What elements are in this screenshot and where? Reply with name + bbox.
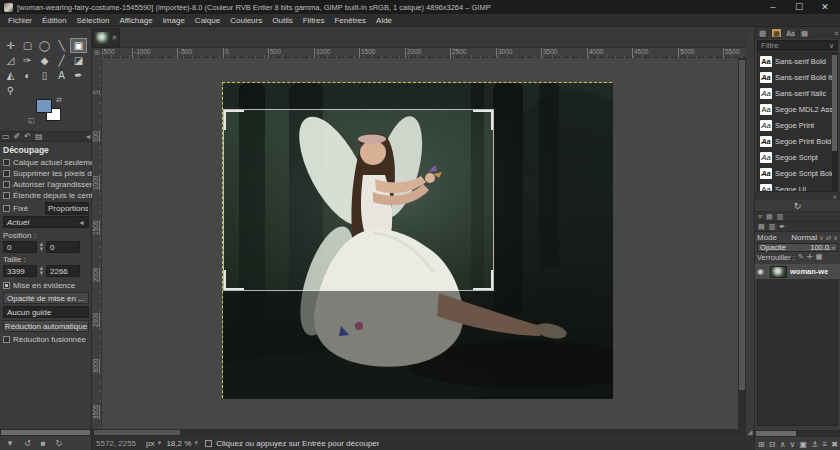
lock-pixels-icon[interactable]: ✎ [798,253,804,261]
menu-filtres[interactable]: Filtres [298,14,330,27]
canvas-horizontal-scrollbar[interactable] [92,429,746,436]
maximize-button[interactable]: ☐ [786,1,812,14]
tool-options-tab-icon[interactable]: ▭ [2,132,10,141]
font-list-item[interactable]: Aa Sans-serif Italic [758,85,837,101]
preview-size-icon[interactable]: ▥ [777,213,784,221]
menu-fenetres[interactable]: Fenêtres [329,14,371,27]
layer-visibility-eye-icon[interactable]: ◉ [757,267,767,276]
save-tool-preset-icon[interactable]: ▼ [6,439,14,448]
transform-tool-icon[interactable]: ◿ [2,53,19,68]
merge-layer-button[interactable]: ≡ [823,440,828,449]
font-list-item[interactable]: Aa Segoe MDL2 Assets [758,101,837,117]
ink-tool-icon[interactable]: ✒ [70,68,87,83]
images-tab-icon[interactable]: ▤ [35,132,43,141]
channels-tab-icon[interactable]: ▥ [769,223,776,231]
font-filter-input[interactable]: Filtre ∨ [757,40,838,51]
font-list-item[interactable]: Aa Sans-serif Bold Italic [758,69,837,85]
position-x-field[interactable]: 0 [3,241,37,253]
fuzzy-select-tool-icon[interactable]: ╲ [53,38,70,53]
close-button[interactable]: ✕ [812,1,838,14]
new-layer-button[interactable]: ⊞ [758,440,765,449]
menu-selection[interactable]: Sélection [71,14,114,27]
image-tab[interactable]: ✕ [92,28,120,48]
eraser-tool-icon[interactable]: ◪ [70,53,87,68]
pencil-tool-icon[interactable]: ╱ [53,53,70,68]
checkbox-box[interactable] [3,282,10,289]
crop-handle-bottom-left[interactable] [224,270,244,290]
font-list-item[interactable]: Aa Segoe UI [758,181,837,192]
patterns-tab-icon[interactable]: ▦ [771,28,782,38]
guides-dropdown[interactable]: Aucun guide [3,306,89,318]
checkbox-box[interactable] [3,336,10,343]
document-history-tab-icon[interactable]: ▤ [799,28,810,38]
minimize-button[interactable]: – [760,1,786,14]
font-list-item[interactable]: Aa Segoe Print Bold [758,133,837,149]
rectangle-select-tool-icon[interactable]: ▢ [19,38,36,53]
text-tool-icon[interactable]: A [53,68,70,83]
font-list-item[interactable]: Aa Segoe Script Bold [758,165,837,181]
delete-layer-button[interactable]: ✖ [831,440,838,449]
font-list-item[interactable]: Aa Segoe Print [758,117,837,133]
crop-handle-top-left[interactable] [224,110,244,130]
menu-couleurs[interactable]: Couleurs [225,14,267,27]
checkbox-box[interactable] [3,181,10,188]
mode-dropdown[interactable]: Normal [791,233,817,242]
lower-layer-button[interactable]: ∨ [790,440,796,449]
current-layer-only-checkbox[interactable]: Calque actuel seulement [0,157,92,167]
restore-tool-preset-icon[interactable]: ↺ [24,439,31,448]
clone-tool-icon[interactable]: ◭ [2,68,19,83]
dock-menu-icon[interactable]: ≡ [834,30,838,37]
cancel-icon[interactable] [205,440,212,447]
menu-edition[interactable]: Édition [37,14,71,27]
highlight-checkbox[interactable]: Mise en évidence [0,280,92,290]
duplicate-layer-button[interactable]: ▣ [800,440,808,449]
menu-affichage[interactable]: Affichage [114,14,157,27]
reset-colors-icon[interactable]: ◱ [28,117,35,125]
position-stepper[interactable]: ▲▼ [38,242,45,252]
dodge-burn-tool-icon[interactable]: ◐ [19,68,36,83]
free-select-tool-icon[interactable]: ◯ [36,38,53,53]
measure-tool-icon[interactable]: ▯ [36,68,53,83]
bucket-fill-tool-icon[interactable]: ◆ [36,53,53,68]
crop-selection[interactable] [223,109,494,291]
checkbox-box[interactable] [3,192,10,199]
opacity-slider[interactable]: Opacité 100.0 ▲▼ [757,243,838,252]
swap-colors-icon[interactable]: ⇄ [56,96,62,104]
reset-tool-options-icon[interactable]: ↻ [55,439,62,448]
canvas-area[interactable]: 0 500 1000 1500 2000 2500 3000 3500 [92,58,746,429]
zoom-dropdown[interactable]: 18,2 % ▼ [166,439,199,448]
delete-tool-preset-icon[interactable]: ■ [41,439,46,448]
menu-aide[interactable]: Aide [371,14,397,27]
close-tab-icon[interactable]: ✕ [112,34,118,42]
expand-from-center-checkbox[interactable]: Étendre depuis le centre [0,190,92,200]
font-list-item[interactable]: Aa Segoe Script [758,149,837,165]
refresh-fonts-button[interactable]: ↻ [755,200,840,212]
photo-layer[interactable] [222,82,612,398]
lock-position-icon[interactable]: ✛ [807,253,813,261]
layers-tab-icon[interactable]: ▤ [758,223,765,231]
foreground-color-swatch[interactable] [36,99,52,113]
move-tool-icon[interactable]: ✛ [2,38,19,53]
menu-image[interactable]: Image [158,14,190,27]
font-list-item[interactable]: Aa Sans-serif Bold [758,53,837,69]
menu-calque[interactable]: Calque [190,14,225,27]
anchor-layer-button[interactable]: ⚓ [811,440,818,449]
checkbox-box[interactable] [3,159,10,166]
tool-options-scrollbar[interactable] [0,429,92,436]
unit-dropdown[interactable]: px ▼ [146,439,162,448]
mode-switch-icon[interactable]: ⇄ [826,234,831,242]
auto-shrink-button[interactable]: Réduction automatique [3,320,89,332]
position-y-field[interactable]: 0 [46,241,80,253]
brushes-tab-icon[interactable]: ▨ [757,28,768,38]
fixed-checkbox[interactable] [3,205,10,212]
aspect-ratio-entry[interactable]: Actuel ◄ [3,216,89,228]
size-stepper[interactable]: ▲▼ [38,266,45,276]
fixed-kind-dropdown[interactable]: Proportions [45,202,89,215]
font-list-expander[interactable]: ∨ [755,192,840,200]
layers-scrollbar[interactable] [755,430,840,437]
canvas-navigation-icon[interactable]: ◢ [746,429,754,436]
fonts-tab-icon[interactable]: Aa [785,28,796,38]
crop-handle-top-right[interactable] [473,110,493,130]
dock-menu-icon[interactable]: ◂ [86,132,90,141]
menu-outils[interactable]: Outils [267,14,297,27]
